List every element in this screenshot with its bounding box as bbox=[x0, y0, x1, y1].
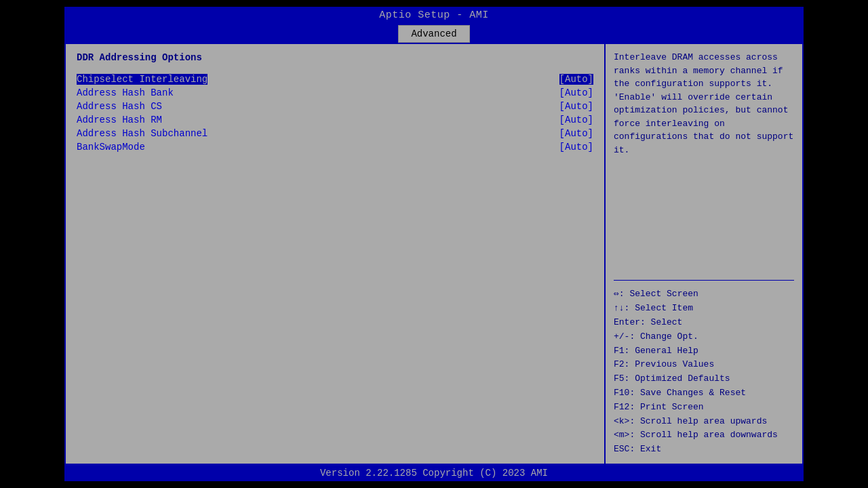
menu-item-2[interactable]: Address Hash CS[Auto] bbox=[77, 101, 593, 112]
menu-item-label-3: Address Hash RM bbox=[77, 115, 162, 125]
right-panel: Interleave DRAM accesses across ranks wi… bbox=[606, 44, 802, 464]
footer: Version 2.22.1285 Copyright (C) 2023 AMI bbox=[64, 465, 804, 481]
key-help-item-10: <m>: Scroll help area downwards bbox=[614, 428, 794, 443]
app-title: Aptio Setup - AMI bbox=[379, 9, 489, 21]
tab-advanced[interactable]: Advanced bbox=[398, 25, 469, 43]
key-help-item-9: <k>: Scroll help area upwards bbox=[614, 415, 794, 429]
menu-item-label-2: Address Hash CS bbox=[77, 101, 162, 112]
help-text: Interleave DRAM accesses across ranks wi… bbox=[614, 51, 794, 273]
menu-item-value-3: [Auto] bbox=[559, 115, 593, 125]
key-help-item-2: Enter: Select bbox=[614, 316, 794, 330]
menu-list: Chipselect Interleaving[Auto]Address Has… bbox=[77, 74, 593, 152]
menu-item-label-4: Address Hash Subchannel bbox=[77, 128, 208, 139]
tab-bar: Advanced bbox=[64, 24, 804, 43]
title-bar: Aptio Setup - AMI bbox=[64, 7, 804, 24]
key-help-item-5: F2: Previous Values bbox=[614, 358, 794, 372]
menu-item-0[interactable]: Chipselect Interleaving[Auto] bbox=[77, 74, 593, 85]
menu-item-label-1: Address Hash Bank bbox=[77, 87, 174, 98]
menu-item-value-1: [Auto] bbox=[559, 87, 593, 98]
key-help-item-6: F5: Optimized Defaults bbox=[614, 372, 794, 386]
key-help-item-0: ⇔: Select Screen bbox=[614, 287, 794, 302]
footer-text: Version 2.22.1285 Copyright (C) 2023 AMI bbox=[320, 468, 548, 479]
key-help-item-7: F10: Save Changes & Reset bbox=[614, 386, 794, 401]
key-help-item-3: +/-: Change Opt. bbox=[614, 330, 794, 344]
section-title: DDR Addressing Options bbox=[77, 52, 593, 63]
divider bbox=[614, 280, 794, 281]
menu-item-1[interactable]: Address Hash Bank[Auto] bbox=[77, 87, 593, 98]
menu-item-value-4: [Auto] bbox=[559, 128, 593, 139]
menu-item-value-5: [Auto] bbox=[559, 142, 593, 152]
menu-item-label-5: BankSwapMode bbox=[77, 142, 145, 152]
menu-item-3[interactable]: Address Hash RM[Auto] bbox=[77, 115, 593, 125]
menu-item-value-0: [Auto] bbox=[559, 74, 593, 85]
menu-item-value-2: [Auto] bbox=[559, 101, 593, 112]
menu-item-4[interactable]: Address Hash Subchannel[Auto] bbox=[77, 128, 593, 139]
key-help-item-8: F12: Print Screen bbox=[614, 401, 794, 415]
left-panel: DDR Addressing Options Chipselect Interl… bbox=[66, 44, 606, 464]
main-area: DDR Addressing Options Chipselect Interl… bbox=[64, 43, 804, 465]
menu-item-label-0: Chipselect Interleaving bbox=[77, 74, 208, 85]
key-help-item-1: ↑↓: Select Item bbox=[614, 302, 794, 316]
key-help: ⇔: Select Screen↑↓: Select ItemEnter: Se… bbox=[614, 287, 794, 457]
key-help-item-4: F1: General Help bbox=[614, 344, 794, 359]
menu-item-5[interactable]: BankSwapMode[Auto] bbox=[77, 142, 593, 152]
app: Aptio Setup - AMI Advanced DDR Addressin… bbox=[64, 7, 804, 481]
key-help-item-11: ESC: Exit bbox=[614, 443, 794, 457]
